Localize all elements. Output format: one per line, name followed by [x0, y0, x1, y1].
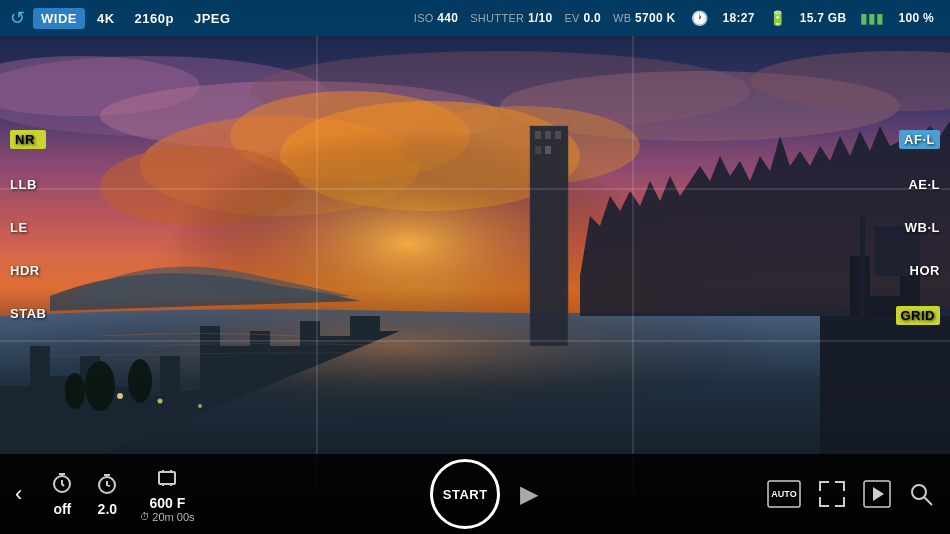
playback-btn[interactable]: [862, 479, 892, 509]
mode-2160p-btn[interactable]: 2160p: [127, 8, 182, 29]
mode-4k-btn[interactable]: 4K: [89, 8, 123, 29]
svg-rect-18: [555, 131, 561, 139]
svg-line-39: [924, 497, 932, 505]
hor-btn[interactable]: HOR: [910, 263, 940, 278]
speed-control[interactable]: 2.0: [95, 472, 119, 517]
svg-point-22: [128, 359, 152, 403]
iso-label: ISO 440: [414, 11, 458, 25]
play-button[interactable]: ▶: [520, 480, 538, 508]
mode-jpeg-btn[interactable]: JPEG: [186, 8, 239, 29]
bottom-center-section: START ▶: [430, 459, 538, 529]
battery-display: 100 %: [898, 11, 934, 25]
frames-icon: [155, 466, 179, 493]
svg-rect-19: [535, 146, 541, 154]
record-label: START: [443, 487, 488, 502]
af-l-btn[interactable]: AF·L: [899, 130, 940, 149]
left-controls: NR LLB LE HDR STAB: [10, 130, 46, 321]
duration-section: ⏱ 20m 00s: [140, 511, 194, 523]
grid-btn[interactable]: GRID: [896, 306, 941, 325]
frames-value: 600 F: [150, 495, 186, 511]
stab-btn[interactable]: STAB: [10, 306, 46, 321]
scene-svg: [0, 36, 950, 496]
back-button[interactable]: ‹: [15, 481, 22, 507]
speed-icon: [95, 472, 119, 499]
timer-value: off: [53, 501, 71, 517]
shutter-label: SHUTTER 1/10: [470, 11, 552, 25]
hdr-btn[interactable]: HDR: [10, 263, 46, 278]
svg-rect-20: [545, 146, 551, 154]
mode-wide-btn[interactable]: WIDE: [33, 8, 85, 29]
llb-btn[interactable]: LLB: [10, 177, 46, 192]
ev-label: EV 0.0: [564, 11, 601, 25]
time-display: 18:27: [722, 11, 754, 25]
duration-clock-icon: ⏱: [140, 511, 150, 522]
svg-text:AUTO: AUTO: [771, 489, 796, 499]
svg-rect-16: [535, 131, 541, 139]
svg-point-24: [117, 393, 123, 399]
le-btn[interactable]: LE: [10, 220, 46, 235]
svg-rect-33: [159, 472, 175, 484]
frames-control[interactable]: 600 F ⏱ 20m 00s: [140, 466, 194, 523]
header-bar: ↺ WIDE 4K 2160p JPEG ISO 440 SHUTTER 1/1…: [0, 0, 950, 36]
svg-marker-37: [873, 487, 884, 501]
storage-display: 15.7 GB: [800, 11, 847, 25]
nr-btn[interactable]: NR: [10, 130, 46, 149]
auto-btn[interactable]: AUTO: [766, 479, 802, 509]
timer-icon: [50, 471, 74, 499]
right-controls: AF·L AE·L WB·L HOR GRID: [896, 130, 941, 325]
bottom-bar: ‹ off 2.0: [0, 454, 950, 534]
svg-rect-14: [530, 126, 568, 346]
svg-point-25: [158, 399, 163, 404]
svg-point-23: [65, 373, 85, 409]
ae-l-btn[interactable]: AE·L: [908, 177, 940, 192]
expand-btn[interactable]: [817, 479, 847, 509]
svg-point-21: [85, 361, 115, 411]
svg-point-38: [912, 485, 926, 499]
wb-label: WB 5700 K: [613, 11, 675, 25]
bottom-right-section: AUTO: [766, 479, 935, 509]
svg-point-26: [198, 404, 202, 408]
header-status: 🕐 18:27 🔋 15.7 GB ▮▮▮ 100 %: [691, 10, 940, 26]
refresh-icon[interactable]: ↺: [10, 9, 25, 27]
duration-value: 20m 00s: [152, 511, 194, 523]
wb-l-btn[interactable]: WB·L: [905, 220, 940, 235]
timer-control[interactable]: off: [50, 471, 74, 517]
svg-rect-17: [545, 131, 551, 139]
bottom-left-section: ‹ off 2.0: [15, 466, 203, 523]
record-button[interactable]: START: [430, 459, 500, 529]
speed-value: 2.0: [98, 501, 117, 517]
search-btn[interactable]: [907, 480, 935, 508]
